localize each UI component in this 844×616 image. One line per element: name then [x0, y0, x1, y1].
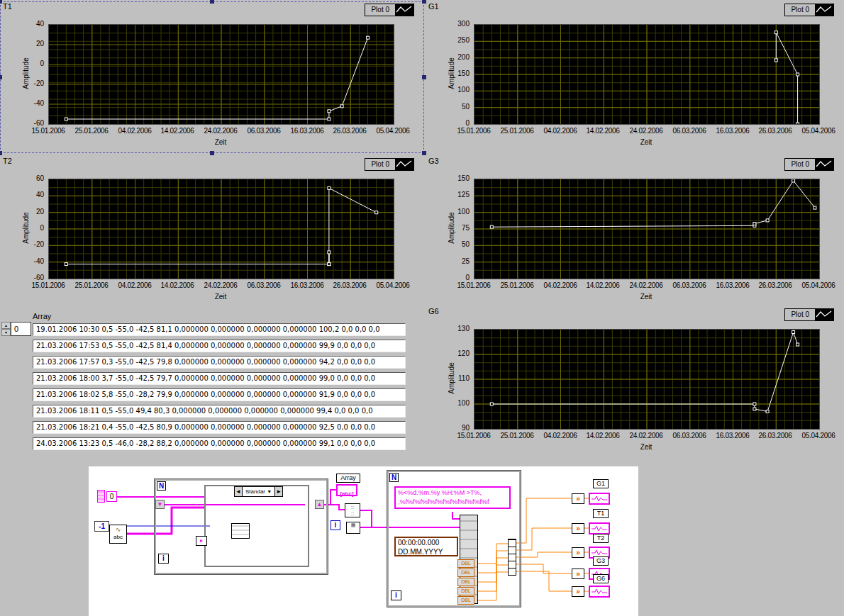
x-tick: 05.04.2006: [371, 281, 415, 289]
x-tick: 05.04.2006: [371, 127, 415, 135]
shift-register-down-icon[interactable]: ▼: [155, 500, 165, 509]
chart-plot-area: [474, 179, 820, 279]
y-tick: 150: [440, 69, 470, 77]
selection-handle[interactable]: [210, 151, 214, 155]
case-structure[interactable]: [204, 485, 309, 567]
plot-legend[interactable]: Plot 0: [365, 4, 414, 16]
x-tick: 06.03.2006: [242, 127, 286, 135]
chart-panel-g3[interactable]: G3 Plot 0 Amplitude 1501251007550250 15.…: [426, 156, 844, 308]
legend-label: Plot 0: [785, 159, 815, 170]
array-index-control[interactable]: ▴ ▾ 0: [1, 322, 31, 336]
loop1-iteration-terminal[interactable]: i: [158, 554, 169, 564]
y-tick: 0: [14, 224, 44, 232]
selection-handle[interactable]: [0, 0, 2, 4]
chart-terminal-g6[interactable]: [589, 586, 610, 598]
selection-handle[interactable]: [422, 0, 426, 4]
x-tick: 24.02.2006: [199, 127, 243, 135]
array-index-node[interactable]: [508, 539, 516, 576]
y-tick: 130: [440, 325, 470, 332]
plot-legend[interactable]: Plot 0: [784, 308, 834, 321]
chart-panel-t2[interactable]: T2 Plot 0 Amplitude 6040200-20-40-60 15.…: [0, 156, 424, 308]
plot-legend[interactable]: Plot 0: [365, 158, 414, 171]
array-row[interactable]: 21.03.2006 17:57 0,3 -55,0 -42,5 79,8 0,…: [33, 356, 406, 369]
selection-handle[interactable]: [0, 75, 2, 79]
dbl-type-terminal: DBL: [457, 578, 474, 586]
chart-panel-g6[interactable]: G6 Plot 0 Amplitude 13012011010090 15.01…: [426, 306, 844, 458]
x-tick: 14.02.2006: [155, 281, 199, 289]
loop2-iteration-terminal[interactable]: i: [391, 590, 401, 600]
chart-terminal-label-t1[interactable]: T1: [593, 509, 609, 518]
conversion-icon[interactable]: »: [572, 493, 584, 504]
selection-handle[interactable]: [422, 75, 426, 79]
numeric-constant-zero[interactable]: 0: [106, 491, 117, 502]
chart-plot-area: [474, 329, 820, 430]
timestamp-constant[interactable]: 00:00:00.000 DD.MM.YYYY: [394, 537, 458, 556]
y-tick: 25: [440, 257, 470, 265]
chart-terminal-label-t2[interactable]: T2: [593, 534, 609, 543]
loop2-count-terminal[interactable]: N: [389, 473, 399, 482]
x-tick: 16.03.2006: [285, 127, 329, 135]
chart-terminal-g1[interactable]: [589, 493, 610, 505]
y-tick: 120: [440, 349, 470, 357]
case-next-button[interactable]: ►: [274, 486, 283, 497]
selection-handle[interactable]: [422, 151, 426, 155]
plot-legend[interactable]: Plot 0: [784, 4, 834, 16]
array-row[interactable]: 21.03.2006 18:00 3,7 -55,0 -42,5 79,7 0,…: [33, 372, 406, 385]
string-icon[interactable]: [97, 490, 105, 503]
selection-handle[interactable]: [210, 0, 214, 4]
array-row[interactable]: 21.03.2006 18:21 0,4 -55,0 -42,5 80,9 0,…: [33, 421, 406, 434]
array-row[interactable]: 21.03.2006 17:53 0,5 -55,0 -42,5 81,4 0,…: [33, 340, 406, 352]
index-array-icon[interactable]: ::::: [345, 503, 360, 517]
array-function-icon[interactable]: ▦: [346, 522, 360, 534]
format-string-constant[interactable]: %<%d.%m.%y %H:%M >T%, ,%f%f%f%f%f%f%f%f%…: [394, 486, 511, 509]
chart-terminal-label-g6[interactable]: G6: [593, 574, 609, 583]
array-row[interactable]: 21.03.2006 18:11 0,5 -55,0 49,4 80,3 0,0…: [33, 405, 406, 418]
chart-terminal-t1[interactable]: [589, 522, 610, 534]
conversion-icon[interactable]: »: [572, 586, 584, 597]
dbl-type-terminal: DBL: [457, 587, 474, 595]
chart-panel-g1[interactable]: G1 Plot 0 Amplitude 300250200150100500 1…: [426, 1, 844, 153]
x-tick: 24.02.2006: [624, 127, 668, 135]
legend-label: Plot 0: [365, 4, 395, 16]
selection-handle[interactable]: [0, 151, 2, 155]
index-increment-button[interactable]: ▴: [1, 322, 11, 329]
y-tick: -60: [14, 274, 44, 281]
array-row[interactable]: 21.03.2006 18:02 5,8 -55,0 -28,2 79,9 0,…: [33, 388, 406, 401]
y-tick: 40: [14, 191, 44, 198]
y-tick: 110: [440, 374, 470, 382]
array-indicator-terminal[interactable]: [abc]: [336, 484, 357, 496]
x-tick: 24.02.2006: [624, 432, 668, 439]
y-tick: 250: [440, 36, 470, 44]
plot-sample-icon: [395, 4, 413, 16]
y-tick: -20: [14, 240, 44, 248]
y-tick: -20: [14, 79, 44, 87]
x-tick: 26.03.2006: [328, 127, 372, 135]
case-selector[interactable]: ◄ Standar ▼ ►: [234, 486, 283, 497]
y-tick: 50: [440, 103, 470, 111]
shift-register-up-icon[interactable]: ▲: [315, 500, 324, 509]
chart-panel-t1[interactable]: T1 Plot 0 Amplitude 40200-20-40-60 15.01…: [0, 1, 424, 153]
numeric-constant-neg1[interactable]: -1: [94, 521, 109, 532]
format-into-string-icon[interactable]: ∿ abc: [109, 525, 127, 544]
chart-terminal-label-g3[interactable]: G3: [593, 556, 609, 566]
array-row[interactable]: 19.01.2006 10:30 0,5 -55,0 -42,5 81,1 0,…: [33, 323, 406, 336]
x-tick: 05.04.2006: [796, 432, 840, 439]
x-axis-label: Zeit: [632, 293, 660, 301]
conversion-icon[interactable]: »: [572, 523, 584, 534]
string-function-icon[interactable]: [231, 523, 250, 539]
conversion-icon[interactable]: »: [572, 547, 584, 558]
conversion-icon[interactable]: »: [572, 569, 584, 579]
index-decrement-button[interactable]: ▾: [1, 329, 11, 336]
i-terminal[interactable]: i: [331, 520, 340, 530]
case-prev-button[interactable]: ◄: [234, 486, 243, 497]
y-tick: -40: [14, 99, 44, 107]
chart-terminal-label-g1[interactable]: G1: [593, 479, 609, 488]
plot-legend[interactable]: Plot 0: [784, 158, 834, 171]
loop1-count-terminal[interactable]: N: [157, 481, 166, 491]
x-tick: 04.02.2006: [113, 281, 157, 289]
x-tick: 04.02.2006: [113, 127, 157, 135]
array-row[interactable]: 24.03.2006 13:23 0,5 -46,0 -28,2 88,2 0,…: [33, 437, 406, 450]
array-indicator-label[interactable]: Array: [336, 474, 360, 483]
unbundle-icon[interactable]: ▸: [196, 536, 207, 546]
array-index-value[interactable]: 0: [11, 322, 31, 336]
